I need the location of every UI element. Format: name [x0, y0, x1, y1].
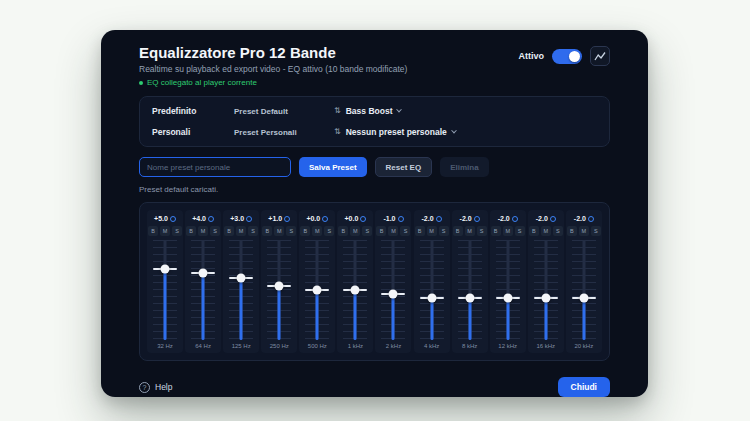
band-b-button[interactable]: B [186, 226, 196, 236]
band-status-icon[interactable] [550, 216, 556, 222]
band-gain-slider[interactable] [152, 240, 178, 340]
band-m-button[interactable]: M [541, 226, 551, 236]
save-preset-button[interactable]: Salva Preset [299, 157, 367, 177]
slider-thumb[interactable] [351, 286, 360, 295]
band-s-button[interactable]: S [324, 226, 334, 236]
band-b-button[interactable]: B [262, 226, 272, 236]
band-gain-slider[interactable] [190, 240, 216, 340]
band-m-button[interactable]: M [465, 226, 475, 236]
connection-status-label: EQ collegato al player corrente [147, 78, 257, 87]
band-frequency-label: 64 Hz [195, 343, 211, 350]
slider-thumb[interactable] [579, 294, 588, 303]
band-frequency-label: 16 kHz [536, 343, 555, 350]
band-b-button[interactable]: B [338, 226, 348, 236]
personal-preset-value: Nessun preset personale [346, 127, 447, 137]
band-s-button[interactable]: S [477, 226, 487, 236]
band-bms-buttons: BMS [567, 226, 601, 236]
band-s-button[interactable]: S [248, 226, 258, 236]
band-gain-slider[interactable] [304, 240, 330, 340]
band-status-icon[interactable] [474, 216, 480, 222]
band-gain-slider[interactable] [342, 240, 368, 340]
preset-actions-row: Salva Preset Reset EQ Elimina [139, 157, 610, 177]
eq-band: +3.0 BMS 125 Hz [223, 210, 259, 353]
slider-thumb[interactable] [503, 294, 512, 303]
band-gain-slider[interactable] [533, 240, 559, 340]
slider-thumb[interactable] [465, 294, 474, 303]
eq-band: -2.0 BMS 12 kHz [490, 210, 526, 353]
band-m-button[interactable]: M [350, 226, 360, 236]
band-s-button[interactable]: S [172, 226, 182, 236]
band-gain-slider[interactable] [266, 240, 292, 340]
band-b-button[interactable]: B [453, 226, 463, 236]
eq-band: +0.0 BMS 500 Hz [299, 210, 335, 353]
delete-preset-button[interactable]: Elimina [440, 157, 488, 177]
band-s-button[interactable]: S [286, 226, 296, 236]
active-toggle[interactable] [552, 49, 582, 64]
slider-thumb[interactable] [199, 269, 208, 278]
band-b-button[interactable]: B [491, 226, 501, 236]
band-m-button[interactable]: M [503, 226, 513, 236]
band-gain-slider[interactable] [495, 240, 521, 340]
analyzer-button[interactable] [590, 46, 610, 66]
personal-preset-row: Personali Preset Personali ⇅ Nessun pres… [152, 125, 597, 139]
slider-thumb[interactable] [161, 265, 170, 274]
band-status-icon[interactable] [170, 216, 176, 222]
band-gain-slider[interactable] [228, 240, 254, 340]
band-gain-slider[interactable] [457, 240, 483, 340]
band-s-button[interactable]: S [400, 226, 410, 236]
default-preset-select[interactable]: ⇅ Bass Boost [334, 106, 401, 116]
band-bms-buttons: BMS [491, 226, 525, 236]
close-button[interactable]: Chiudi [558, 377, 610, 397]
band-status-icon[interactable] [322, 216, 328, 222]
band-gain-slider[interactable] [380, 240, 406, 340]
band-s-button[interactable]: S [210, 226, 220, 236]
reset-eq-button[interactable]: Reset EQ [375, 157, 433, 177]
band-m-button[interactable]: M [198, 226, 208, 236]
band-m-button[interactable]: M [274, 226, 284, 236]
band-b-button[interactable]: B [224, 226, 234, 236]
band-m-button[interactable]: M [312, 226, 322, 236]
band-b-button[interactable]: B [300, 226, 310, 236]
band-status-icon[interactable] [284, 216, 290, 222]
slider-thumb[interactable] [275, 281, 284, 290]
band-s-button[interactable]: S [439, 226, 449, 236]
band-status-icon[interactable] [360, 216, 366, 222]
band-s-button[interactable]: S [591, 226, 601, 236]
eq-band: -1.0 BMS 2 kHz [375, 210, 411, 353]
eq-bands: +5.0 BMS 32 Hz +4.0 BMS 64 Hz +3.0 [147, 210, 602, 353]
band-status-icon[interactable] [512, 216, 518, 222]
band-s-button[interactable]: S [362, 226, 372, 236]
slider-thumb[interactable] [541, 294, 550, 303]
band-bms-buttons: BMS [338, 226, 372, 236]
band-b-button[interactable]: B [529, 226, 539, 236]
band-status-icon[interactable] [588, 216, 594, 222]
band-m-button[interactable]: M [427, 226, 437, 236]
band-status-icon[interactable] [436, 216, 442, 222]
personal-preset-select[interactable]: ⇅ Nessun preset personale [334, 127, 456, 137]
band-b-button[interactable]: B [148, 226, 158, 236]
band-m-button[interactable]: M [579, 226, 589, 236]
help-button[interactable]: ? Help [139, 382, 172, 393]
eq-band: +1.0 BMS 250 Hz [261, 210, 297, 353]
band-b-button[interactable]: B [567, 226, 577, 236]
band-m-button[interactable]: M [388, 226, 398, 236]
band-b-button[interactable]: B [415, 226, 425, 236]
band-m-button[interactable]: M [160, 226, 170, 236]
line-chart-icon [594, 50, 606, 62]
preset-name-input[interactable] [139, 157, 291, 177]
slider-thumb[interactable] [313, 286, 322, 295]
band-gain-slider[interactable] [571, 240, 597, 340]
band-status-icon[interactable] [398, 216, 404, 222]
band-b-button[interactable]: B [376, 226, 386, 236]
slider-thumb[interactable] [237, 273, 246, 282]
band-m-button[interactable]: M [236, 226, 246, 236]
slider-thumb[interactable] [427, 294, 436, 303]
band-status-icon[interactable] [246, 216, 252, 222]
band-gain-slider[interactable] [419, 240, 445, 340]
band-bms-buttons: BMS [300, 226, 334, 236]
slider-thumb[interactable] [389, 290, 398, 299]
band-s-button[interactable]: S [553, 226, 563, 236]
band-status-icon[interactable] [208, 216, 214, 222]
band-s-button[interactable]: S [515, 226, 525, 236]
default-preset-sublabel: Preset Default [234, 107, 334, 116]
